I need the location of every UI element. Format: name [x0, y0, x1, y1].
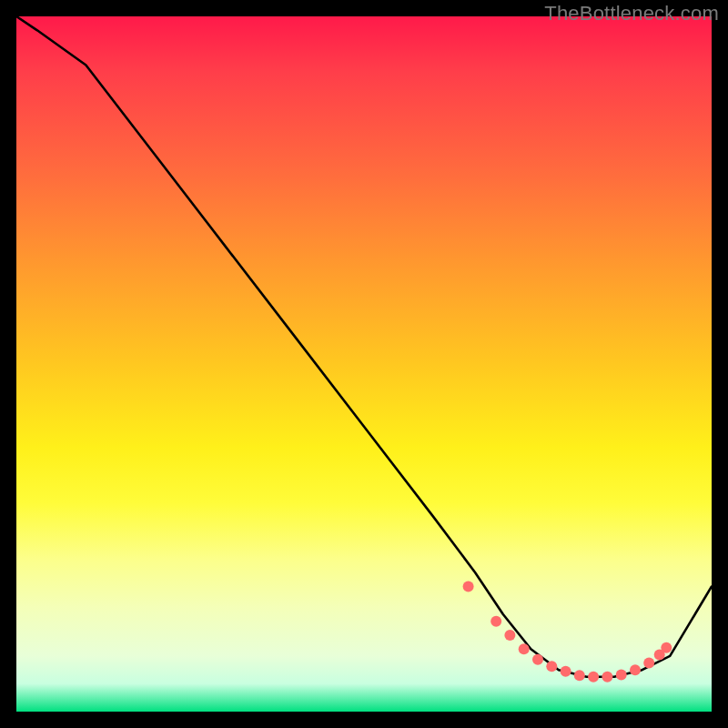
watermark-text: TheBottleneck.com — [544, 2, 719, 25]
chart-svg — [16, 16, 712, 712]
curve-dots — [463, 581, 672, 682]
curve-dot — [463, 581, 474, 592]
curve-dot — [519, 643, 530, 654]
curve-dot — [616, 670, 627, 681]
curve-dot — [602, 672, 612, 682]
curve-dot — [643, 658, 654, 669]
chart-frame: TheBottleneck.com — [0, 0, 728, 728]
curve-dot — [661, 642, 672, 653]
curve-line — [16, 16, 712, 677]
curve-dot — [654, 649, 665, 660]
chart-plot-area — [16, 16, 712, 712]
curve-dot — [546, 661, 557, 672]
curve-dot — [504, 630, 515, 641]
curve-dot — [588, 672, 599, 682]
curve-dot — [630, 664, 641, 675]
curve-dot — [561, 666, 571, 677]
curve-dot — [532, 654, 543, 665]
curve-dot — [490, 616, 501, 627]
curve-dot — [574, 670, 585, 681]
